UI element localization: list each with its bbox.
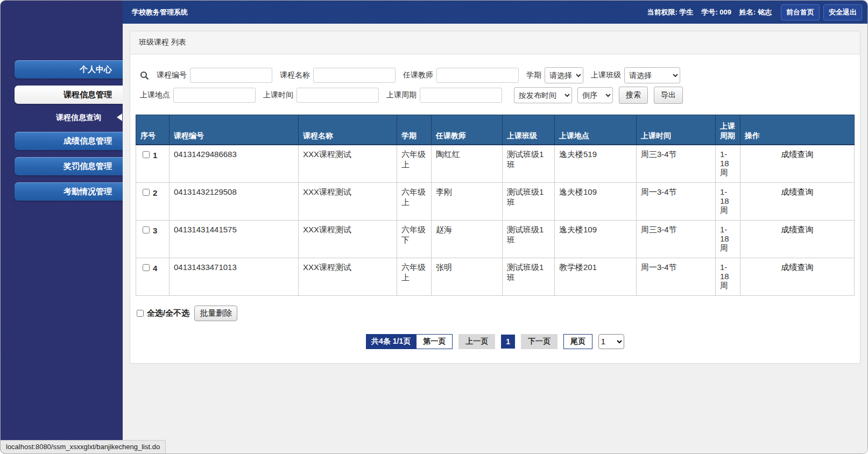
cell-course-name: XXX课程测试 [299, 145, 397, 183]
search-form-row-1: 课程编号 课程名称 任课教师 学期 请选择 上课班级 请选择 [136, 67, 855, 83]
cell-weeks: 1-18周 [716, 220, 740, 258]
cell-teacher: 陶红红 [432, 145, 503, 183]
col-header-no: 序号 [136, 115, 170, 145]
course-id-input[interactable] [190, 68, 272, 83]
pagination: 共4条 1/1页 第一页 上一页 1 下一页 尾页 1 [136, 334, 855, 349]
grade-query-link[interactable]: 成绩查询 [781, 263, 814, 272]
table-row: 2 04131432129508 XXX课程测试 六年级上 李刚 测试班级1班 … [136, 182, 855, 220]
col-header-weeks: 上课周期 [716, 115, 740, 145]
cell-class: 测试班级1班 [503, 145, 555, 183]
weeks-label: 上课周期 [386, 90, 417, 100]
course-list-panel: 班级课程 列表 课程编号 课程名称 任课教师 学期 请选择 [130, 31, 860, 364]
sidebar-subitem-course-info-query[interactable]: 课程信息查询 [1, 109, 123, 125]
cell-class: 测试班级1班 [503, 182, 555, 220]
sidebar-menu: 个人中心 课程信息管理 课程信息查询 成绩信息管理 奖罚信息管理 考勤情况管理 [1, 1, 123, 201]
cell-course-name: XXX课程测试 [299, 220, 397, 258]
table-header-row: 序号 课程编号 课程名称 学期 任课教师 上课班级 上课地点 上课时间 上课周期… [136, 115, 855, 145]
table-row: 4 04131433471013 XXX课程测试 六年级上 张明 测试班级1班 … [136, 258, 855, 295]
row-checkbox[interactable] [143, 189, 150, 196]
topbar: 学校教务管理系统 当前权限: 学生 学号: 009 姓名: 铭志 前台首页 安全… [123, 1, 867, 24]
cell-time: 周三3-4节 [637, 145, 716, 183]
cell-course-id: 04131432129508 [170, 182, 299, 220]
front-home-button[interactable]: 前台首页 [781, 4, 820, 20]
bulk-actions-row: 全选/全不选 批量删除 [136, 306, 855, 321]
time-label: 上课时间 [263, 90, 293, 100]
row-number: 2 [153, 188, 157, 197]
next-page-button[interactable]: 下一页 [521, 334, 558, 349]
status-bar-url: localhost:8080/ssm_xsxxglxt/banjikecheng… [1, 440, 166, 453]
cell-term: 六年级上 [397, 182, 432, 220]
export-button[interactable]: 导出 [654, 87, 683, 104]
logout-button[interactable]: 安全退出 [823, 4, 862, 20]
table-row: 3 04131431441575 XXX课程测试 六年级下 赵海 测试班级1班 … [136, 220, 855, 258]
pagination-summary: 共4条 1/1页 [366, 334, 416, 349]
row-checkbox[interactable] [143, 264, 150, 271]
submenu-arrow-left-icon [117, 113, 122, 121]
student-no-label: 学号: 009 [701, 8, 731, 17]
cell-time: 周三3-4节 [637, 220, 716, 258]
search-icon [140, 71, 149, 80]
cell-location: 教学楼201 [555, 258, 637, 295]
teacher-input[interactable] [436, 68, 519, 83]
current-page-button[interactable]: 1 [501, 335, 515, 349]
cell-weeks: 1-18周 [716, 145, 740, 183]
row-checkbox[interactable] [143, 151, 150, 158]
grade-query-link[interactable]: 成绩查询 [781, 150, 814, 159]
row-checkbox[interactable] [143, 226, 150, 233]
term-label: 学期 [526, 70, 541, 80]
course-table: 序号 课程编号 课程名称 学期 任课教师 上课班级 上课地点 上课时间 上课周期… [136, 115, 855, 296]
class-select[interactable]: 请选择 [624, 67, 680, 83]
cell-time: 周一3-4节 [637, 258, 716, 295]
row-number: 4 [153, 264, 157, 273]
prev-page-button[interactable]: 上一页 [458, 334, 495, 349]
cell-teacher: 赵海 [432, 220, 503, 258]
page-number-select[interactable]: 1 [598, 334, 624, 349]
pagination-summary-group: 共4条 1/1页 第一页 [366, 334, 453, 349]
first-page-button[interactable]: 第一页 [416, 334, 453, 349]
app-window: 个人中心 课程信息管理 课程信息查询 成绩信息管理 奖罚信息管理 考勤情况管理 … [0, 0, 868, 454]
sidebar-item-personal-center[interactable]: 个人中心 [15, 60, 123, 79]
cell-course-name: XXX课程测试 [299, 258, 397, 295]
cell-term: 六年级上 [397, 258, 432, 295]
cell-class: 测试班级1班 [503, 258, 555, 295]
class-label: 上课班级 [591, 70, 621, 80]
sort-field-select[interactable]: 按发布时间 [514, 87, 572, 103]
batch-delete-button[interactable]: 批量删除 [194, 306, 237, 321]
location-label: 上课地点 [140, 90, 170, 100]
sort-order-select[interactable]: 倒序 [577, 87, 613, 103]
col-header-class: 上课班级 [503, 115, 555, 145]
col-header-term: 学期 [397, 115, 432, 145]
cell-class: 测试班级1班 [503, 220, 555, 258]
last-page-button[interactable]: 尾页 [563, 334, 592, 349]
sidebar-item-reward-punish-mgmt[interactable]: 奖罚信息管理 [15, 157, 123, 175]
sidebar-item-attendance-mgmt[interactable]: 考勤情况管理 [15, 182, 123, 201]
sidebar-item-grade-info-mgmt[interactable]: 成绩信息管理 [15, 132, 123, 150]
search-form-row-2: 上课地点 上课时间 上课周期 按发布时间 倒序 搜索 导出 [136, 87, 855, 104]
select-all-label: 全选/全不选 [147, 308, 189, 318]
weeks-input[interactable] [420, 88, 502, 103]
term-select[interactable]: 请选择 [545, 67, 583, 83]
col-header-action: 操作 [740, 115, 855, 145]
col-header-location: 上课地点 [555, 115, 637, 145]
cell-course-id: 04131429486683 [170, 145, 299, 183]
course-name-input[interactable] [313, 68, 396, 83]
cell-location: 逸夫楼519 [555, 145, 637, 183]
cell-weeks: 1-18周 [716, 182, 740, 220]
time-input[interactable] [297, 88, 379, 103]
content-area: 班级课程 列表 课程编号 课程名称 任课教师 学期 请选择 [123, 24, 867, 453]
search-button[interactable]: 搜索 [619, 87, 648, 104]
app-title: 学校教务管理系统 [123, 8, 188, 17]
table-row: 1 04131429486683 XXX课程测试 六年级上 陶红红 测试班级1班… [136, 145, 855, 183]
course-name-label: 课程名称 [280, 70, 310, 80]
row-number: 1 [153, 151, 157, 160]
sidebar-item-course-info-mgmt[interactable]: 课程信息管理 [15, 86, 123, 104]
location-input[interactable] [173, 88, 256, 103]
grade-query-link[interactable]: 成绩查询 [781, 187, 814, 196]
select-all-checkbox[interactable] [137, 310, 144, 317]
teacher-label: 任课教师 [403, 70, 433, 80]
cell-course-id: 04131433471013 [170, 258, 299, 295]
course-id-label: 课程编号 [157, 70, 187, 80]
cell-teacher: 李刚 [432, 182, 503, 220]
page-title: 班级课程 列表 [130, 31, 860, 54]
grade-query-link[interactable]: 成绩查询 [781, 225, 814, 234]
